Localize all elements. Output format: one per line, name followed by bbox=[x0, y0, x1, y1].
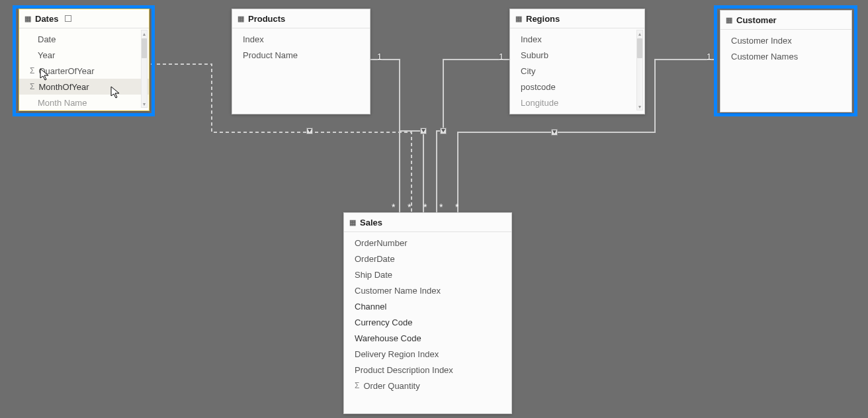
relationship-node[interactable] bbox=[306, 128, 313, 134]
field-order-quantity[interactable]: ΣOrder Quantity bbox=[344, 378, 511, 394]
field-list: Index Product Name bbox=[232, 28, 370, 65]
field-ordernumber[interactable]: OrderNumber bbox=[344, 235, 511, 251]
table-icon: ▦ bbox=[349, 218, 356, 227]
relationship-node[interactable] bbox=[420, 128, 427, 134]
table-header[interactable]: ▦ Dates bbox=[19, 9, 149, 28]
field-product-description-index[interactable]: Product Description Index bbox=[344, 362, 511, 378]
field-longitude[interactable]: Longitude bbox=[510, 95, 644, 110]
field-list: Index Suburb City postcode Longitude ▴ ▾ bbox=[510, 28, 644, 114]
cardinality-one: 1 bbox=[499, 52, 503, 62]
field-year[interactable]: Year bbox=[19, 47, 149, 63]
field-list: Date Year ΣQuarterOfYear ΣMonthOfYear Mo… bbox=[19, 28, 149, 111]
field-warehouse-code[interactable]: Warehouse Code bbox=[344, 330, 511, 346]
table-header[interactable]: ▦ Sales bbox=[344, 213, 511, 232]
field-index[interactable]: Index bbox=[232, 31, 370, 47]
cardinality-many: * bbox=[423, 202, 427, 212]
relationship-node[interactable] bbox=[440, 128, 447, 134]
model-canvas[interactable]: 1 1 1 * * * * * ▦ Dates Date Year ΣQuart… bbox=[0, 0, 868, 418]
table-header[interactable]: ▦ Products bbox=[232, 9, 370, 28]
field-channel[interactable]: Channel bbox=[344, 298, 511, 314]
table-header[interactable]: ▦ Regions bbox=[510, 9, 644, 28]
sigma-icon: Σ bbox=[30, 66, 34, 75]
table-icon: ▦ bbox=[238, 15, 244, 23]
table-icon: ▦ bbox=[24, 15, 31, 23]
sigma-icon: Σ bbox=[30, 82, 34, 91]
field-customer-index[interactable]: Customer Index bbox=[720, 32, 851, 48]
field-delivery-region-index[interactable]: Delivery Region Index bbox=[344, 346, 511, 362]
table-title: Products bbox=[248, 14, 285, 24]
field-orderdate[interactable]: OrderDate bbox=[344, 251, 511, 267]
date-table-badge-icon bbox=[65, 15, 71, 22]
table-title: Regions bbox=[526, 14, 560, 24]
field-index[interactable]: Index bbox=[510, 31, 644, 47]
scrollbar[interactable]: ▴ ▾ bbox=[141, 30, 148, 108]
field-date[interactable]: Date bbox=[19, 31, 149, 47]
table-customer[interactable]: ▦ Customer Customer Index Customer Names bbox=[720, 10, 852, 112]
field-product-name[interactable]: Product Name bbox=[232, 47, 370, 63]
field-currency-code[interactable]: Currency Code bbox=[344, 314, 511, 330]
cardinality-many: * bbox=[439, 202, 443, 212]
cardinality-many: * bbox=[408, 202, 411, 212]
table-title: Sales bbox=[360, 218, 382, 228]
cardinality-one: 1 bbox=[377, 52, 382, 62]
table-regions[interactable]: ▦ Regions Index Suburb City postcode Lon… bbox=[509, 9, 645, 114]
table-products[interactable]: ▦ Products Index Product Name bbox=[232, 9, 370, 114]
field-list: Customer Index Customer Names bbox=[720, 30, 851, 67]
table-title: Customer bbox=[736, 15, 777, 25]
field-quarterofyear[interactable]: ΣQuarterOfYear bbox=[19, 63, 149, 79]
table-title: Dates bbox=[35, 14, 58, 24]
field-monthname[interactable]: Month Name bbox=[19, 95, 149, 110]
table-header[interactable]: ▦ Customer bbox=[720, 11, 851, 30]
field-shipdate[interactable]: Ship Date bbox=[344, 267, 511, 282]
relationship-node[interactable] bbox=[551, 129, 558, 136]
field-city[interactable]: City bbox=[510, 63, 644, 79]
field-customer-name-index[interactable]: Customer Name Index bbox=[344, 282, 511, 298]
sigma-icon: Σ bbox=[355, 381, 359, 390]
field-suburb[interactable]: Suburb bbox=[510, 47, 644, 63]
table-icon: ▦ bbox=[726, 16, 732, 24]
table-sales[interactable]: ▦ Sales OrderNumber OrderDate Ship Date … bbox=[343, 212, 512, 414]
table-dates[interactable]: ▦ Dates Date Year ΣQuarterOfYear ΣMonthO… bbox=[19, 9, 150, 111]
field-postcode[interactable]: postcode bbox=[510, 79, 644, 95]
table-icon: ▦ bbox=[515, 15, 522, 23]
scrollbar[interactable]: ▴ ▾ bbox=[636, 30, 643, 110]
cardinality-one: 1 bbox=[707, 52, 711, 62]
field-list: OrderNumber OrderDate Ship Date Customer… bbox=[344, 232, 511, 396]
field-customer-names[interactable]: Customer Names bbox=[720, 48, 851, 64]
cardinality-many: * bbox=[455, 202, 458, 212]
cardinality-many: * bbox=[392, 202, 395, 212]
field-monthofyear[interactable]: ΣMonthOfYear bbox=[19, 79, 149, 95]
